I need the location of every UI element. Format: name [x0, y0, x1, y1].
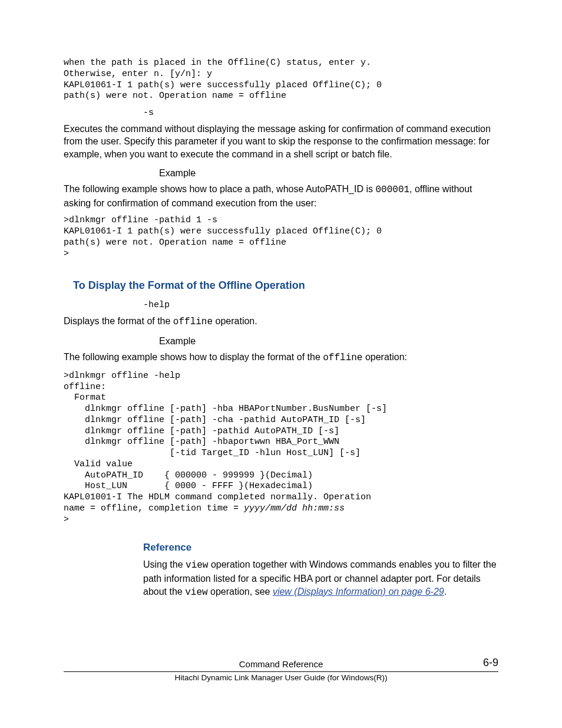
example-intro-help: The following example shows how to displ… — [64, 351, 498, 365]
example-label-help: Example — [159, 335, 498, 348]
example-intro-s: The following example shows how to place… — [64, 183, 498, 209]
param-help-label: -help — [143, 300, 498, 311]
footer-subtitle: Hitachi Dynamic Link Manager User Guide … — [64, 673, 498, 682]
heading-format: To Display the Format of the Offline Ope… — [73, 279, 498, 292]
reference-link[interactable]: view (Displays Information) on page 6-29 — [273, 587, 444, 597]
code-block-prev: when the path is placed in the Offline(C… — [64, 58, 498, 102]
heading-reference: Reference — [143, 542, 498, 554]
page-footer: Command Reference 6-9 Hitachi Dynamic Li… — [64, 659, 498, 682]
param-s-label: -s — [143, 108, 498, 119]
reference-paragraph: Using the view operation together with W… — [143, 558, 498, 599]
code-block-help: >dlnkmgr offline -help offline: Format d… — [64, 371, 498, 526]
param-help-desc: Displays the format of the offline opera… — [64, 315, 498, 329]
code-block-s: >dlnkmgr offline -pathid 1 -s KAPL01061-… — [64, 215, 498, 259]
footer-title: Command Reference — [239, 659, 323, 669]
example-label-s: Example — [159, 167, 498, 180]
param-s-desc: Executes the command without displaying … — [64, 123, 498, 161]
footer-page-number: 6-9 — [483, 657, 498, 669]
